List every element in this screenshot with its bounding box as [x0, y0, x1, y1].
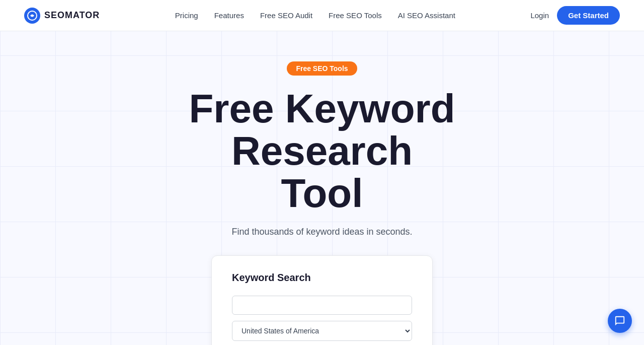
hero-subtitle: Find thousands of keyword ideas in secon…	[231, 227, 412, 237]
login-button[interactable]: Login	[530, 11, 549, 20]
nav-pricing[interactable]: Pricing	[175, 11, 198, 20]
hero-section: Free SEO Tools Free Keyword Research Too…	[0, 31, 644, 345]
search-card-title: Keyword Search	[232, 272, 412, 284]
logo-link[interactable]: SEOMATOR	[24, 8, 100, 24]
nav-ai-seo-assistant[interactable]: AI SEO Assistant	[398, 11, 455, 20]
hero-title-line2: Tool	[281, 171, 363, 216]
nav-actions: Login Get Started	[530, 6, 620, 25]
logo-icon	[24, 8, 40, 24]
nav-free-seo-audit[interactable]: Free SEO Audit	[260, 11, 312, 20]
navbar: SEOMATOR Pricing Features Free SEO Audit…	[0, 0, 644, 31]
search-card: Keyword Search United States of America …	[211, 255, 433, 345]
nav-free-seo-tools[interactable]: Free SEO Tools	[329, 11, 382, 20]
get-started-button[interactable]: Get Started	[557, 6, 620, 25]
chat-icon	[614, 315, 625, 326]
country-select[interactable]: United States of America	[232, 321, 412, 341]
nav-links: Pricing Features Free SEO Audit Free SEO…	[175, 11, 455, 20]
nav-features[interactable]: Features	[214, 11, 244, 20]
hero-title: Free Keyword Research Tool	[96, 88, 548, 215]
hero-title-line1: Free Keyword Research	[189, 86, 455, 173]
logo-text: SEOMATOR	[44, 10, 100, 21]
keyword-input[interactable]	[232, 296, 412, 315]
chat-widget[interactable]	[608, 309, 632, 333]
free-seo-tools-badge: Free SEO Tools	[287, 61, 357, 76]
